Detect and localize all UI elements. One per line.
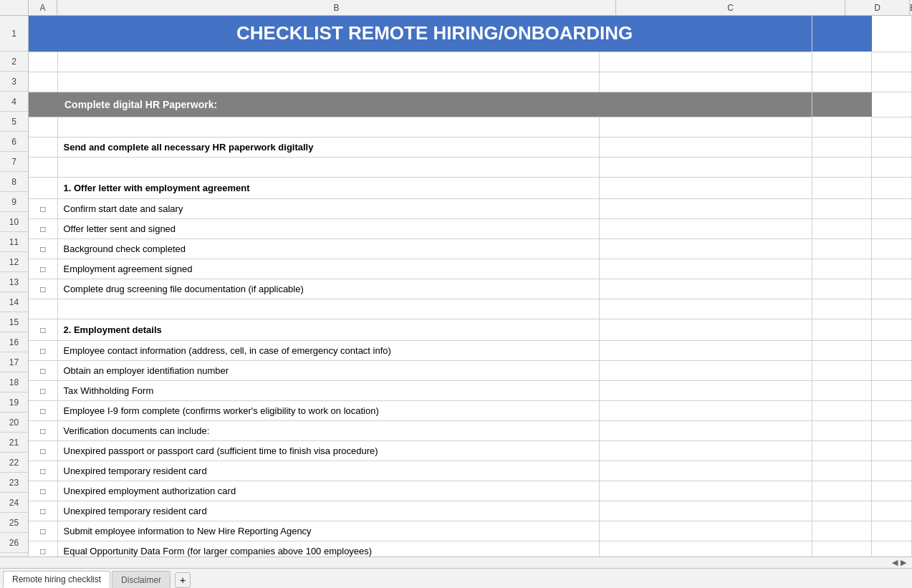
row12-text: Employment agreement signed bbox=[64, 264, 193, 274]
checkbox-15[interactable]: □ bbox=[40, 325, 45, 335]
checkbox-19[interactable]: □ bbox=[40, 406, 45, 416]
cell-e16 bbox=[872, 340, 912, 360]
checkbox-21[interactable]: □ bbox=[40, 446, 45, 456]
checkbox-22[interactable]: □ bbox=[40, 466, 45, 476]
input-c23[interactable] bbox=[603, 481, 809, 501]
checkbox-10[interactable]: □ bbox=[40, 224, 45, 234]
cell-c9[interactable] bbox=[600, 198, 812, 218]
row21-text: Unexpired passport or passport card (suf… bbox=[64, 445, 378, 456]
scroll-right-icon[interactable]: ▶ bbox=[901, 558, 906, 567]
cell-c25[interactable] bbox=[600, 521, 812, 541]
cell-a4 bbox=[29, 92, 57, 117]
checkbox-20[interactable]: □ bbox=[40, 426, 45, 436]
checkbox-24[interactable]: □ bbox=[40, 506, 45, 516]
add-sheet-button[interactable]: + bbox=[175, 572, 191, 588]
checkbox-9[interactable]: □ bbox=[40, 204, 45, 214]
input-c25[interactable] bbox=[603, 521, 809, 541]
cell-d20 bbox=[812, 420, 872, 440]
input-c26[interactable] bbox=[603, 541, 809, 557]
cell-d12 bbox=[812, 259, 872, 279]
cell-c20[interactable] bbox=[600, 420, 812, 440]
input-c12[interactable] bbox=[603, 259, 809, 279]
cell-d22 bbox=[812, 461, 872, 481]
cell-c11[interactable] bbox=[600, 238, 812, 259]
row-num-10: 10 bbox=[0, 212, 28, 232]
cell-d18 bbox=[812, 380, 872, 400]
input-c18[interactable] bbox=[603, 381, 809, 400]
input-c10[interactable] bbox=[603, 219, 809, 238]
cell-c10[interactable] bbox=[600, 218, 812, 238]
input-c16[interactable] bbox=[603, 341, 809, 360]
cell-c24[interactable] bbox=[600, 501, 812, 521]
cell-c6 bbox=[600, 137, 812, 157]
input-c21[interactable] bbox=[603, 441, 809, 461]
cell-d5 bbox=[812, 117, 872, 137]
cell-c14 bbox=[600, 299, 812, 319]
row-18: □ Tax Withholding Form bbox=[29, 380, 912, 400]
input-c22[interactable] bbox=[603, 461, 809, 481]
input-c20[interactable] bbox=[603, 421, 809, 440]
row-num-21: 21 bbox=[0, 433, 28, 453]
checkbox-12[interactable]: □ bbox=[40, 264, 45, 274]
cell-c21[interactable] bbox=[600, 440, 812, 461]
cell-e18 bbox=[872, 380, 912, 400]
cell-e5 bbox=[872, 117, 912, 137]
cell-b11: Background check completed bbox=[57, 238, 600, 259]
row-1: CHECKLIST REMOTE HIRING/ONBOARDING bbox=[29, 16, 912, 52]
checkbox-13[interactable]: □ bbox=[40, 284, 45, 294]
cell-c12[interactable] bbox=[600, 259, 812, 279]
row9-text: Confirm start date and salary bbox=[64, 203, 183, 214]
cell-d23 bbox=[812, 481, 872, 501]
cell-c22[interactable] bbox=[600, 461, 812, 481]
row20-text: Verification documents can include: bbox=[64, 425, 210, 436]
cell-d14 bbox=[812, 299, 872, 319]
checkbox-23[interactable]: □ bbox=[40, 486, 45, 496]
cell-c5 bbox=[600, 117, 812, 137]
cell-e19 bbox=[872, 400, 912, 420]
cell-c18[interactable] bbox=[600, 380, 812, 400]
checkbox-18[interactable]: □ bbox=[40, 386, 45, 396]
cell-c26[interactable] bbox=[600, 541, 812, 556]
row-21: □ Unexpired passport or passport card (s… bbox=[29, 440, 912, 461]
row18-text: Tax Withholding Form bbox=[64, 385, 154, 396]
cell-a10: □ bbox=[29, 218, 57, 238]
row19-text: Employee I-9 form complete (confirms wor… bbox=[64, 405, 379, 416]
row-13: □ Complete drug screening file documenta… bbox=[29, 279, 912, 299]
row-num-16: 16 bbox=[0, 332, 28, 352]
cell-c23[interactable] bbox=[600, 481, 812, 501]
input-c9[interactable] bbox=[603, 199, 809, 218]
cell-a11: □ bbox=[29, 238, 57, 259]
checkbox-25[interactable]: □ bbox=[40, 526, 45, 536]
row-num-18: 18 bbox=[0, 372, 28, 392]
cell-c13[interactable] bbox=[600, 279, 812, 299]
checkbox-16[interactable]: □ bbox=[40, 346, 45, 356]
cell-a20: □ bbox=[29, 420, 57, 440]
checkbox-26[interactable]: □ bbox=[40, 546, 45, 556]
row-16: □ Employee contact information (address,… bbox=[29, 340, 912, 360]
row-num-15: 15 bbox=[0, 312, 28, 332]
checkbox-17[interactable]: □ bbox=[40, 366, 45, 376]
cell-b6: Send and complete all necessary HR paper… bbox=[57, 137, 600, 157]
cell-e6 bbox=[872, 137, 912, 157]
cell-a17: □ bbox=[29, 360, 57, 380]
tab-remote-hiring-checklist[interactable]: Remote hiring checklist bbox=[3, 571, 110, 588]
cell-c16[interactable] bbox=[600, 340, 812, 360]
cell-a6 bbox=[29, 137, 57, 157]
cell-c17[interactable] bbox=[600, 360, 812, 380]
input-c11[interactable] bbox=[603, 239, 809, 259]
input-c24[interactable] bbox=[603, 501, 809, 521]
row-num-13: 13 bbox=[0, 272, 28, 292]
tab-disclaimer[interactable]: Disclaimer bbox=[112, 571, 171, 588]
scroll-left-icon[interactable]: ◀ bbox=[892, 558, 898, 567]
input-c13[interactable] bbox=[603, 279, 809, 299]
cell-c19[interactable] bbox=[600, 400, 812, 420]
cell-e7 bbox=[872, 157, 912, 177]
row22-text: Unexpired temporary resident card bbox=[64, 466, 207, 476]
input-c17[interactable] bbox=[603, 361, 809, 380]
cell-d3 bbox=[812, 72, 872, 92]
checkbox-11[interactable]: □ bbox=[40, 244, 45, 254]
row11-text: Background check completed bbox=[64, 244, 186, 254]
cell-e11 bbox=[872, 238, 912, 259]
input-c19[interactable] bbox=[603, 401, 809, 420]
spreadsheet-wrapper: A B C D E 1 2 3 4 5 6 7 8 9 10 11 12 13 … bbox=[0, 0, 912, 588]
